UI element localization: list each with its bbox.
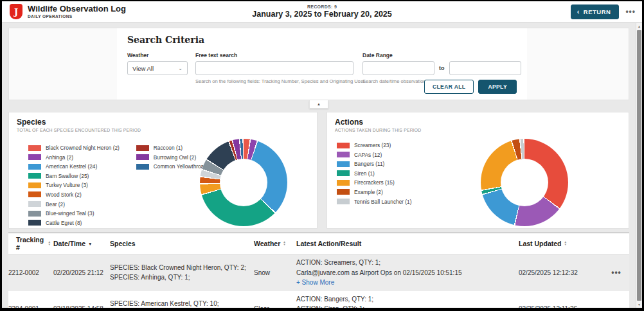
legend-swatch [28, 154, 41, 160]
header-actions: ‹ RETURN ••• [571, 4, 637, 19]
donut-hole [220, 159, 267, 206]
latest-action-cell: ACTION: Bangers, QTY: 1;ACTION: Siren, Q… [296, 291, 519, 311]
legend-label: Black Crowned Night Heron (2) [46, 145, 120, 151]
free-text-input[interactable] [195, 61, 353, 75]
vertical-scrollbar[interactable]: ▲ ▼ [636, 23, 642, 308]
sort-both-icon[interactable]: ▲▼ [283, 241, 286, 246]
legend-item[interactable]: Raccoon (1) [136, 145, 213, 151]
legend-item[interactable]: Bangers (11) [337, 161, 411, 167]
legend-item[interactable]: Tennis Ball Launcher (1) [337, 199, 411, 205]
apply-button[interactable]: APPLY [478, 80, 517, 94]
app-window: J Wildlife Observation Log DAILY OPERATI… [0, 0, 644, 311]
column-header-date-time[interactable]: Date/Time▼ [53, 233, 110, 254]
legend-swatch [28, 145, 41, 151]
tracking-number-cell: 2212-0002 [8, 254, 53, 291]
legend-item[interactable]: CAPAs (12) [337, 152, 411, 158]
legend-item[interactable]: Black Crowned Night Heron (2) [28, 145, 120, 151]
juvare-shield-icon: J [10, 4, 22, 19]
species-chart-title: Species [17, 118, 309, 127]
clear-all-button[interactable]: CLEAR ALL [424, 80, 474, 94]
legend-item[interactable]: Blue-winged Teal (3) [28, 210, 120, 217]
latest-action-cell: ACTION: Screamers, QTY: 1;Carla@juvare.c… [296, 254, 519, 291]
column-header-menu [606, 233, 629, 254]
column-header-tracking-[interactable]: Tracking #▲▼ [8, 233, 53, 254]
chevron-down-icon: ⌄ [178, 66, 183, 71]
last-updated-cell: 02/25/2025 12:12:32 [519, 254, 606, 291]
scrollbar-thumb[interactable] [637, 30, 641, 301]
legend-swatch [28, 164, 41, 170]
return-button[interactable]: ‹ RETURN [571, 4, 620, 19]
search-actions: CLEAR ALL APPLY [424, 80, 517, 94]
legend-item[interactable]: American Kestrel (24) [28, 163, 120, 170]
legend-item[interactable]: Firecrackers (15) [337, 179, 411, 186]
species-donut-chart[interactable] [200, 139, 287, 226]
return-button-label: RETURN [584, 8, 611, 15]
column-header-label: Latest Action/Result [296, 240, 361, 247]
column-header-weather[interactable]: Weather▲▼ [254, 233, 296, 254]
legend-item[interactable]: Screamers (23) [337, 142, 411, 148]
page-title: Wildlife Observation Log [28, 4, 126, 13]
legend-swatch [337, 143, 350, 148]
legend-label: Screamers (23) [354, 142, 391, 148]
charts-row: Species TOTAL OF EACH SPECIES ENCOUNTERE… [8, 112, 629, 229]
legend-label: Burrowing Owl (2) [154, 154, 196, 161]
legend-swatch [28, 201, 41, 207]
legend-swatch [136, 164, 149, 170]
legend-label: Firecrackers (15) [354, 179, 395, 186]
legend-item[interactable]: Example (2) [337, 189, 411, 195]
legend-label: CAPAs (12) [354, 152, 382, 158]
search-criteria-title: Search Criteria [127, 35, 517, 45]
weather-cell: Clear [254, 291, 296, 311]
legend-item[interactable]: Cattle Egret (8) [28, 220, 120, 226]
top-bar: J Wildlife Observation Log DAILY OPERATI… [2, 1, 642, 22]
legend-item[interactable]: Bear (2) [28, 201, 120, 208]
column-header-label: Last Updated [519, 240, 562, 247]
header-menu-ellipsis-icon[interactable]: ••• [624, 7, 637, 16]
species-chart-subtitle: TOTAL OF EACH SPECIES ENCOUNTERED THIS P… [17, 128, 309, 132]
sort-desc-icon[interactable]: ▼ [88, 242, 92, 246]
action-line: ACTION: Screamers, QTY: 1; [296, 258, 516, 268]
scroll-down-icon[interactable]: ▼ [636, 303, 642, 307]
row-menu-cell: ••• [606, 254, 629, 291]
legend-swatch [28, 220, 41, 226]
chevron-left-icon: ‹ [577, 9, 580, 14]
free-text-group: Free text search Search on the following… [195, 52, 366, 84]
legend-label: Siren (1) [354, 170, 375, 177]
legend-item[interactable]: Anhinga (2) [28, 154, 120, 161]
legend-label: Bear (2) [46, 201, 65, 208]
column-header-last-updated[interactable]: Last Updated▲▼ [519, 233, 606, 254]
sort-both-icon[interactable]: ▲▼ [48, 241, 51, 246]
date-from-input[interactable] [362, 61, 434, 75]
weather-select[interactable]: View All ⌄ [127, 61, 188, 75]
collapse-search-button[interactable]: ▲ [309, 100, 328, 109]
legend-item[interactable]: Turkey Vulture (3) [28, 182, 120, 188]
species-line: SPECIES: Black Crowned Night Heron, QTY:… [110, 263, 251, 273]
row-menu-ellipsis-icon[interactable]: ••• [611, 305, 622, 311]
species-chart-card: Species TOTAL OF EACH SPECIES ENCOUNTERE… [8, 112, 318, 229]
search-criteria-card: Search Criteria Weather View All ⌄ Free … [8, 28, 629, 100]
legend-label: Cattle Egret (8) [46, 220, 82, 226]
actions-donut-chart[interactable] [481, 139, 568, 226]
legend-swatch [28, 173, 41, 179]
action-line: ACTION: Siren, QTY: 1; [296, 304, 516, 311]
column-header-label: Tracking # [16, 236, 45, 251]
species-cell: SPECIES: Black Crowned Night Heron, QTY:… [110, 254, 254, 291]
legend-label: Anhinga (2) [46, 154, 73, 161]
date-to-input[interactable] [449, 61, 521, 75]
actions-chart-title: Actions [335, 118, 621, 127]
legend-swatch [337, 152, 350, 157]
main-content: Search Criteria Weather View All ⌄ Free … [2, 23, 636, 308]
legend-item[interactable]: Barn Swallow (25) [28, 173, 120, 179]
row-menu-ellipsis-icon[interactable]: ••• [611, 268, 622, 277]
table-body: 2212-000202/20/2025 21:12SPECIES: Black … [8, 254, 629, 311]
legend-label: Blue-winged Teal (3) [46, 210, 94, 217]
scroll-up-icon[interactable]: ▲ [636, 24, 642, 28]
legend-item[interactable]: Siren (1) [337, 170, 411, 177]
legend-item[interactable]: Wood Stork (2) [28, 191, 120, 198]
collapse-strip: ▲ [8, 100, 629, 110]
legend-label: Tennis Ball Launcher (1) [354, 199, 411, 205]
show-more-link[interactable]: + Show More [296, 278, 516, 288]
sort-both-icon[interactable]: ▲▼ [564, 241, 568, 246]
column-header-label: Weather [254, 240, 280, 247]
legend-item[interactable]: Burrowing Owl (2) [136, 154, 213, 161]
